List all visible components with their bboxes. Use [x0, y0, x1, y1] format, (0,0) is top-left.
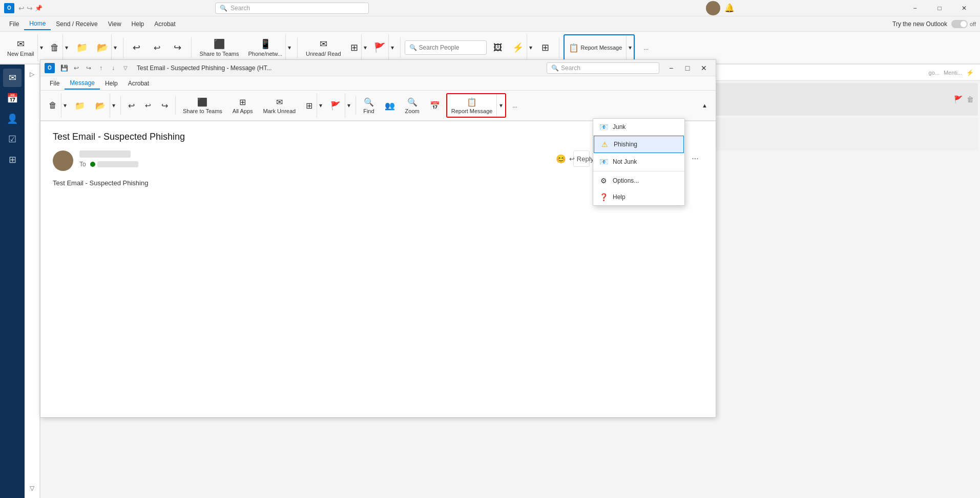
sidebar-item-contacts[interactable]: 👤: [3, 110, 22, 128]
sep5: [559, 37, 559, 58]
msg-menu-message[interactable]: Message: [65, 77, 100, 90]
title-bar-undo[interactable]: ↩: [18, 4, 25, 12]
close-button[interactable]: ✕: [952, 0, 976, 16]
grid-button[interactable]: ⊞ ▾: [347, 34, 369, 61]
email-to: To: [79, 161, 547, 168]
msg-menu-acrobat[interactable]: Acrobat: [123, 78, 154, 89]
sidebar-item-mail[interactable]: ✉: [3, 69, 22, 87]
msg-move-button[interactable]: 📂 ▾: [91, 93, 117, 118]
sidebar-item-apps[interactable]: ⊞: [3, 150, 22, 169]
msg-minimize-btn[interactable]: −: [663, 60, 679, 76]
phone-netw-button[interactable]: 📱 Phone/netw... ▾: [245, 34, 293, 61]
help-label: Help: [613, 193, 625, 201]
sidebar-item-tasks[interactable]: ☑: [3, 130, 22, 148]
title-bar-pin[interactable]: 📌: [35, 5, 43, 12]
move-button[interactable]: 📂 ▾: [94, 34, 119, 61]
user-avatar[interactable]: [706, 1, 720, 15]
msg-zoom-button[interactable]: 🔍 Zoom: [401, 93, 424, 118]
msg-move-icon: 📂: [95, 101, 106, 111]
msg-close-btn[interactable]: ✕: [696, 60, 712, 76]
new-outlook-toggle[interactable]: off: [951, 20, 976, 28]
msg-redo-button[interactable]: ↪: [157, 93, 172, 118]
sender-avatar: [53, 150, 73, 171]
msg-collapse-btn[interactable]: ▲: [698, 93, 712, 118]
delete-icon: 🗑: [50, 42, 59, 53]
archive-button[interactable]: 📁: [72, 34, 92, 61]
share-teams-button[interactable]: ⬛ Share to Teams: [196, 34, 243, 61]
report-message-main[interactable]: 📋 Report Message: [447, 94, 497, 117]
msg-down-icon[interactable]: ↓: [108, 63, 118, 73]
filter-button[interactable]: ⚡ ▾: [509, 34, 534, 61]
menu-send-receive[interactable]: Send / Receive: [51, 18, 102, 30]
new-email-arrow[interactable]: ▾: [37, 34, 45, 61]
menu-view[interactable]: View: [103, 18, 127, 30]
undo-button[interactable]: ↩: [128, 34, 146, 61]
msg-menu-help[interactable]: Help: [100, 78, 123, 89]
msg-maximize-btn[interactable]: □: [680, 60, 695, 76]
menu-acrobat[interactable]: Acrobat: [149, 18, 180, 30]
dropdown-options[interactable]: ⚙ Options...: [593, 172, 684, 189]
msg-menu-file[interactable]: File: [45, 78, 65, 89]
reply-button[interactable]: ↩ Reply: [573, 150, 590, 167]
msg-sep3: [356, 96, 356, 115]
emoji-reaction-button[interactable]: 😊: [553, 150, 569, 167]
dropdown-junk[interactable]: 📧 Junk: [593, 119, 684, 135]
more-email-actions[interactable]: ···: [687, 150, 703, 167]
report-message-button[interactable]: 📋 Report Message ▾: [446, 93, 507, 118]
search-people-input[interactable]: [419, 44, 482, 51]
msg-undo-all-button[interactable]: ↩: [141, 93, 155, 118]
menu-file[interactable]: File: [4, 18, 24, 30]
dropdown-not-junk[interactable]: 📧 Not Junk: [593, 154, 684, 170]
minimize-button[interactable]: −: [903, 0, 927, 16]
report-message-arrow[interactable]: ▾: [496, 94, 505, 117]
msg-undo-icon[interactable]: ↩: [71, 63, 81, 73]
filter-icon-right[interactable]: ⚡: [966, 69, 974, 76]
msg-flag-button[interactable]: 🚩 ▾: [326, 93, 352, 118]
collapse-button-top[interactable]: ▷: [28, 69, 36, 80]
report-message-ribbon-button[interactable]: 📋 Report Message ▾: [564, 34, 635, 61]
list-item-flag[interactable]: 🚩: [954, 95, 963, 103]
redo-button[interactable]: ↪: [169, 34, 187, 61]
new-email-main[interactable]: ✉ New Email: [4, 34, 37, 61]
delete-button[interactable]: 🗑 ▾: [47, 34, 70, 61]
sep4: [400, 37, 401, 58]
dropdown-help[interactable]: ❓ Help: [593, 189, 684, 205]
msg-share-teams-button[interactable]: ⬛ Share to Teams: [179, 93, 226, 118]
msg-more-label: ...: [512, 102, 517, 109]
msg-up-icon[interactable]: ↑: [96, 63, 106, 73]
menu-home[interactable]: Home: [24, 18, 51, 30]
undo-all-button[interactable]: ↩: [148, 34, 166, 61]
menu-help[interactable]: Help: [127, 18, 150, 30]
msg-delete-button[interactable]: 🗑 ▾: [45, 93, 69, 118]
new-email-button[interactable]: ✉ New Email ▾: [4, 34, 45, 61]
more-button[interactable]: ...: [637, 34, 655, 61]
msg-save-icon[interactable]: 💾: [59, 63, 69, 73]
try-new-outlook-label: Try the new Outlook: [892, 20, 947, 28]
msg-color-grid-button[interactable]: ⊞ ▾: [302, 93, 324, 118]
msg-mark-unread-button[interactable]: ✉ Mark Unread: [259, 93, 300, 118]
msg-undo-button[interactable]: ↩: [124, 93, 139, 118]
msg-find-button[interactable]: 🔍 Find: [359, 93, 378, 118]
options-label: Options...: [613, 177, 639, 184]
unread-read-button[interactable]: ✉ Unread/ Read: [302, 34, 345, 61]
msg-calendar-button[interactable]: 📅: [426, 93, 444, 118]
title-bar-redo[interactable]: ↪: [27, 4, 33, 12]
notification-bell[interactable]: 🔔: [724, 3, 735, 13]
msg-all-apps-button[interactable]: ⊞ All Apps: [228, 93, 257, 118]
photo-icon-button[interactable]: 🖼: [489, 34, 507, 61]
grid-view-button[interactable]: ⊞: [536, 34, 555, 61]
collapse-button-bottom[interactable]: ▽: [28, 483, 36, 494]
msg-sep2: [175, 96, 176, 115]
msg-more-button[interactable]: ...: [508, 93, 521, 118]
msg-expand-icon[interactable]: ▽: [120, 63, 131, 73]
dropdown-phishing[interactable]: ⚠ Phishing: [594, 136, 684, 153]
msg-redo-icon[interactable]: ↪: [84, 63, 94, 73]
flag-button[interactable]: 🚩 ▾: [371, 34, 396, 61]
maximize-button[interactable]: □: [928, 0, 951, 16]
search-people-box[interactable]: 🔍: [405, 40, 487, 55]
msg-archive-button[interactable]: 📁: [71, 93, 89, 118]
msg-contacts-button[interactable]: 👥: [381, 93, 399, 118]
sidebar-item-calendar[interactable]: 📅: [3, 89, 22, 107]
message-search[interactable]: 🔍 Search: [547, 62, 659, 74]
list-item-delete[interactable]: 🗑: [967, 95, 974, 103]
